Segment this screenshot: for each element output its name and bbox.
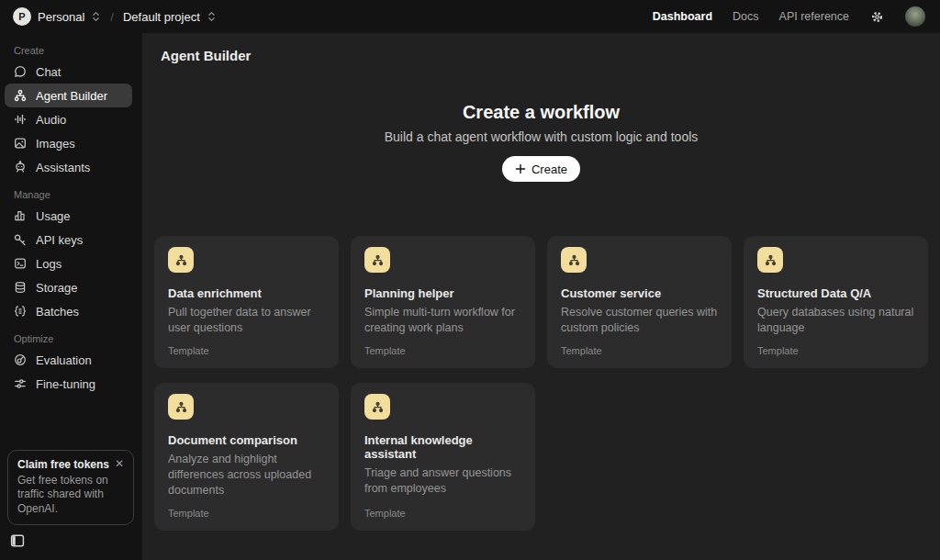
sliders-icon <box>13 376 28 391</box>
breadcrumb-separator: / <box>110 10 114 24</box>
sidebar-item-label: Storage <box>36 281 78 295</box>
template-card-structured-data-qa[interactable]: Structured Data Q/A Query databases usin… <box>744 236 928 368</box>
card-title: Data enrichment <box>168 286 325 300</box>
sidebar-item-label: Images <box>36 137 75 151</box>
nav-api-reference[interactable]: API reference <box>779 10 849 23</box>
sidebar-item-api-keys[interactable]: API keys <box>5 228 132 252</box>
sidebar-item-fine-tuning[interactable]: Fine-tuning <box>5 372 132 396</box>
create-workflow-button[interactable]: Create <box>502 156 580 182</box>
database-icon <box>13 280 28 295</box>
template-card-document-comparison[interactable]: Document comparison Analyze and highligh… <box>154 383 339 531</box>
hero-subtitle: Build a chat agent workflow with custom … <box>142 129 940 144</box>
card-title: Document comparison <box>168 433 325 447</box>
plus-icon <box>515 163 526 174</box>
audio-waveform-icon <box>13 112 28 127</box>
gear-icon[interactable] <box>869 9 885 25</box>
section-label-create: Create <box>0 45 142 56</box>
chevron-updown-icon[interactable] <box>207 10 217 23</box>
section-label-manage: Manage <box>0 189 142 200</box>
template-card-data-enrichment[interactable]: Data enrichment Pull together data to an… <box>154 236 339 368</box>
card-badge: Template <box>364 336 521 356</box>
sidebar-item-label: Chat <box>36 65 61 79</box>
card-description: Query databases using natural language <box>757 305 914 336</box>
promo-title: Claim free tokens <box>17 458 109 471</box>
workflow-icon <box>757 247 783 273</box>
workflow-icon <box>364 394 390 420</box>
sidebar-item-label: Evaluation <box>36 353 92 367</box>
user-avatar[interactable] <box>905 6 925 27</box>
nav-docs[interactable]: Docs <box>733 10 758 23</box>
claim-free-tokens-card: Claim free tokens ✕ Get free tokens on t… <box>7 450 134 526</box>
terminal-icon <box>13 256 28 271</box>
org-avatar-letter: P <box>18 11 25 22</box>
workflow-icon <box>168 394 194 420</box>
key-icon <box>13 232 28 247</box>
workflow-icon <box>13 88 28 103</box>
sidebar-item-assistants[interactable]: Assistants <box>5 155 132 179</box>
workspace-breadcrumb: P Personal / Default project <box>13 7 217 26</box>
card-description: Simple multi-turn workflow for creating … <box>364 305 521 336</box>
project-switcher[interactable]: Default project <box>123 10 200 24</box>
card-description: Triage and answer questions from employe… <box>364 465 521 497</box>
template-grid: Data enrichment Pull together data to an… <box>142 236 940 531</box>
sidebar-item-label: Logs <box>36 257 62 271</box>
main-content: Agent Builder Create a workflow Build a … <box>142 33 940 560</box>
card-badge: Template <box>364 498 521 519</box>
card-description: Pull together data to answer user questi… <box>168 305 325 336</box>
collapse-sidebar-icon[interactable] <box>9 532 26 549</box>
chat-icon <box>13 64 28 79</box>
section-label-optimize: Optimize <box>0 333 142 344</box>
image-icon <box>13 136 28 151</box>
create-button-label: Create <box>532 162 567 176</box>
workflow-icon <box>561 247 587 273</box>
page-title: Agent Builder <box>142 33 940 63</box>
org-avatar: P <box>13 7 31 26</box>
template-card-customer-service[interactable]: Customer service Resolve customer querie… <box>547 236 732 368</box>
card-badge: Template <box>561 336 718 356</box>
template-card-internal-knowledge-assistant[interactable]: Internal knowledge assistant Triage and … <box>351 383 535 531</box>
sidebar-item-images[interactable]: Images <box>5 131 132 155</box>
card-badge: Template <box>168 498 325 519</box>
sidebar-item-batches[interactable]: Batches <box>5 299 132 323</box>
card-title: Customer service <box>561 286 718 300</box>
topbar: P Personal / Default project Dashboard D… <box>0 0 940 33</box>
robot-icon <box>13 160 28 174</box>
card-description: Analyze and highlight differences across… <box>168 452 325 498</box>
sidebar-item-agent-builder[interactable]: Agent Builder <box>5 84 132 107</box>
workflow-icon <box>168 247 194 273</box>
hero-title: Create a workflow <box>142 102 940 123</box>
sidebar-item-storage[interactable]: Storage <box>5 275 132 299</box>
bar-chart-icon <box>13 208 28 223</box>
card-title: Structured Data Q/A <box>757 286 914 300</box>
sidebar-item-label: Batches <box>36 305 79 319</box>
nav-dashboard[interactable]: Dashboard <box>653 10 712 23</box>
sidebar-item-label: Fine-tuning <box>36 377 95 391</box>
card-badge: Template <box>168 336 325 356</box>
sidebar: Create Chat Agent Builder Audio Images A… <box>0 33 142 560</box>
sidebar-item-evaluation[interactable]: Evaluation <box>5 348 132 372</box>
sidebar-item-chat[interactable]: Chat <box>5 60 132 84</box>
sidebar-item-label: Assistants <box>36 161 90 174</box>
chevron-updown-icon[interactable] <box>91 10 101 23</box>
sidebar-item-logs[interactable]: Logs <box>5 252 132 275</box>
card-title: Planning helper <box>364 286 521 300</box>
sidebar-item-label: Usage <box>36 209 71 223</box>
close-icon[interactable]: ✕ <box>115 458 124 469</box>
sidebar-item-label: Agent Builder <box>36 89 107 103</box>
sidebar-item-usage[interactable]: Usage <box>5 204 132 228</box>
braces-list-icon <box>13 304 28 319</box>
sidebar-item-audio[interactable]: Audio <box>5 107 132 131</box>
hero: Create a workflow Build a chat agent wor… <box>142 102 940 182</box>
card-badge: Template <box>757 336 914 356</box>
sidebar-item-label: API keys <box>36 233 83 247</box>
compass-icon <box>13 353 28 367</box>
card-description: Resolve customer queries with custom pol… <box>561 305 718 336</box>
promo-body: Get free tokens on traffic shared with O… <box>17 474 124 517</box>
template-card-planning-helper[interactable]: Planning helper Simple multi-turn workfl… <box>351 236 535 368</box>
org-switcher[interactable]: Personal <box>38 10 84 24</box>
workflow-icon <box>364 247 390 273</box>
card-title: Internal knowledge assistant <box>364 433 521 461</box>
sidebar-item-label: Audio <box>36 113 66 127</box>
topbar-nav: Dashboard Docs API reference <box>653 6 925 27</box>
